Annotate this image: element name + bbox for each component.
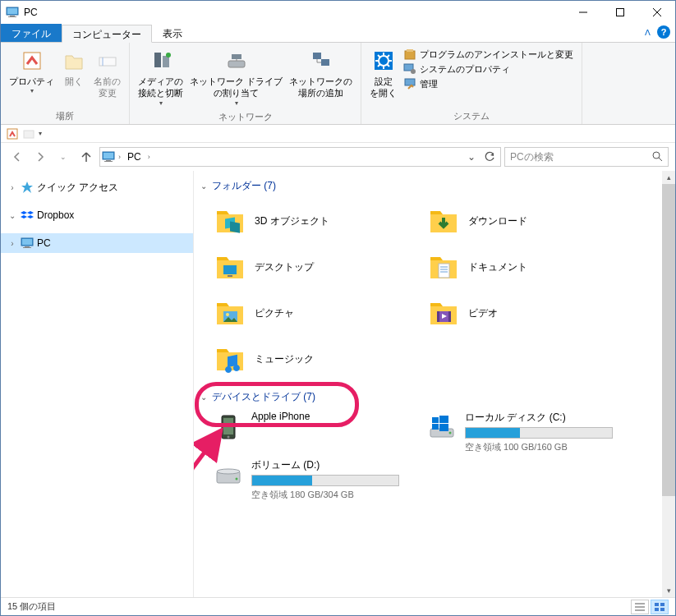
scroll-down-button[interactable]: ▾ [662,584,675,597]
close-button[interactable] [638,1,675,24]
svg-rect-45 [22,239,32,245]
ribbon-group-label: ネットワーク [135,109,356,123]
help-icon[interactable]: ? [657,25,670,39]
drive-item[interactable]: ボリューム (D:)空き領域 180 GB/304 GB [214,458,419,503]
expand-icon[interactable]: › [7,239,17,248]
add-location-button[interactable]: ネットワークの 場所の追加 [286,46,356,101]
address-dropdown[interactable]: ⌄ [462,148,481,166]
breadcrumb-sep[interactable]: › [118,153,121,161]
folder-icon [427,251,460,283]
ribbon-group-network: メディアの 接続と切断 ▾ ネットワーク ドライブ の割り当て ▾ ネットワーク… [130,43,361,124]
svg-rect-79 [655,608,659,611]
recent-dropdown[interactable]: ⌄ [53,147,73,167]
svg-rect-5 [616,9,623,16]
chevron-down-icon: ⌄ [200,182,207,191]
chevron-down-icon: ▾ [30,87,34,95]
scroll-thumb[interactable] [662,184,675,496]
folder-icon [427,297,460,329]
folder-item[interactable]: ビデオ [427,292,632,334]
svg-rect-80 [660,608,665,611]
address-bar[interactable]: › PC › ⌄ [99,147,501,167]
scrollbar[interactable]: ▴ ▾ [662,171,675,597]
folder-item[interactable]: ピクチャ [214,292,419,334]
tab-file[interactable]: ファイル [1,24,62,42]
media-connect-button[interactable]: メディアの 接続と切断 ▾ [135,46,186,109]
svg-rect-18 [321,59,329,66]
svg-rect-36 [7,129,17,139]
folder-label: 3D オブジェクト [255,214,329,228]
manage-button[interactable]: 管理 [403,77,573,90]
folder-icon [214,297,246,329]
drives-section-header[interactable]: ⌄ デバイスとドライブ (7) [197,387,675,407]
breadcrumb[interactable]: PC [124,151,145,163]
svg-rect-50 [223,265,237,274]
rename-icon [94,48,121,74]
svg-rect-59 [437,311,439,322]
svg-rect-67 [439,416,448,423]
minimize-button[interactable] [564,1,601,24]
properties-icon [19,48,45,74]
svg-point-42 [653,152,660,159]
svg-rect-2 [10,16,15,16]
rename-button[interactable]: 名前の 変更 [90,46,124,101]
chevron-down-icon[interactable]: ▾ [39,130,42,137]
open-settings-button[interactable]: 設定 を開く [366,46,400,101]
expand-icon[interactable]: › [7,183,17,192]
sidebar-item-quick-access[interactable]: › クイック アクセス [1,177,193,197]
uninstall-programs-button[interactable]: プログラムのアンインストールと変更 [403,48,573,61]
pc-icon [6,7,19,18]
tab-view[interactable]: 表示 [152,24,193,42]
forward-button[interactable] [30,147,50,167]
pc-icon [21,237,34,250]
main-area: › クイック アクセス ⌄ Dropbox › PC ⌄ フォルダー (7) 3… [1,171,675,597]
qat-icon[interactable] [22,127,35,140]
back-button[interactable] [7,147,27,167]
sidebar-item-dropbox[interactable]: ⌄ Dropbox [1,205,193,225]
folder-item[interactable]: 3D オブジェクト [214,200,419,242]
open-button[interactable]: 開く [57,46,90,89]
svg-rect-40 [106,160,111,161]
svg-rect-32 [407,49,413,52]
drive-label: ローカル ディスク (C:) [465,411,613,425]
svg-point-63 [228,436,230,439]
drive-item[interactable]: Apple iPhone [214,411,419,455]
drive-label: ボリューム (D:) [251,458,399,472]
ribbon-tabs: ファイル コンピューター 表示 ᐱ ? [1,24,675,43]
gear-icon [370,48,397,74]
tab-computer[interactable]: コンピューター [62,25,152,43]
details-view-button[interactable] [631,600,649,614]
scroll-up-button[interactable]: ▴ [662,171,675,184]
drive-capacity-bar [251,475,399,486]
folder-item[interactable]: デスクトップ [214,246,419,288]
svg-rect-31 [405,51,415,59]
ribbon-collapse-icon[interactable]: ᐱ [645,28,651,37]
map-drive-button[interactable]: ネットワーク ドライブ の割り当て ▾ [186,46,286,109]
star-icon [21,181,34,194]
svg-rect-47 [23,247,31,248]
folder-item[interactable]: ドキュメント [427,246,632,288]
maximize-button[interactable] [601,1,638,24]
ribbon-group-system: 設定 を開く プログラムのアンインストールと変更 システムのプロパティ 管理 シ… [361,43,582,124]
refresh-button[interactable] [481,148,499,166]
media-icon [148,48,174,74]
folder-icon [427,205,460,237]
svg-rect-17 [313,53,321,59]
folder-item[interactable]: ミュージック [214,338,419,380]
system-properties-button[interactable]: システムのプロパティ [403,62,573,76]
sidebar-item-pc[interactable]: › PC [1,233,193,253]
svg-rect-78 [660,603,665,606]
folder-item[interactable]: ダウンロード [427,200,632,242]
collapse-icon[interactable]: ⌄ [7,211,17,220]
drive-item[interactable]: ローカル ディスク (C:)空き領域 100 GB/160 GB [427,411,632,455]
tiles-view-button[interactable] [651,600,669,614]
folder-icon [214,251,246,283]
properties-button[interactable]: プロパティ ▾ [6,46,57,98]
svg-point-13 [166,53,171,57]
up-button[interactable] [76,147,96,167]
search-input[interactable]: PCの検索 [504,147,669,167]
folders-section-header[interactable]: ⌄ フォルダー (7) [197,176,675,196]
breadcrumb-sep[interactable]: › [148,153,150,161]
folder-icon [214,342,246,375]
properties-qat-icon[interactable] [6,127,19,140]
folder-label: デスクトップ [255,260,314,274]
